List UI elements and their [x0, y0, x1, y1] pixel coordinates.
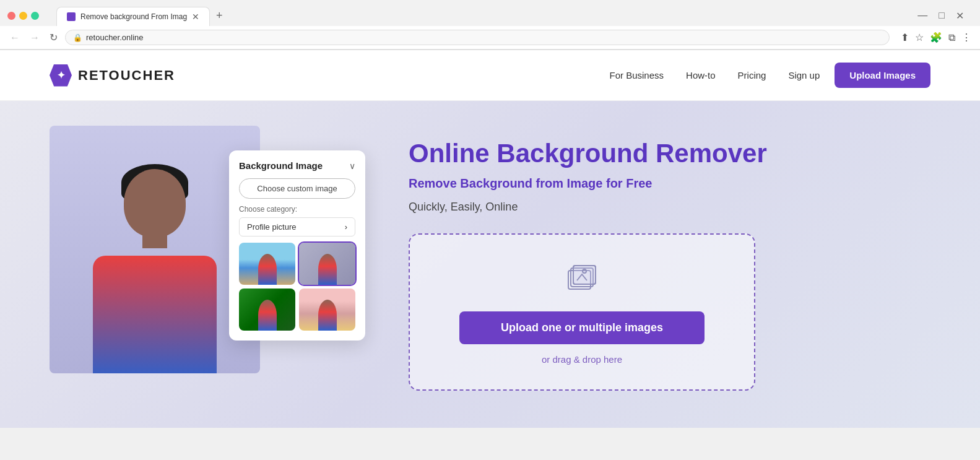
hero-subtitle: Remove Background from Image for Free	[409, 176, 930, 191]
url-text: retoucher.online	[86, 33, 882, 42]
address-bar[interactable]: 🔒 retoucher.online	[65, 30, 890, 45]
category-select-arrow: ›	[345, 222, 347, 232]
split-screen-icon[interactable]: ⧉	[947, 30, 956, 45]
thumbnail-leaves[interactable]	[239, 289, 295, 331]
tab-favicon-icon	[67, 12, 76, 21]
bg-panel-header: Background Image ∨	[239, 160, 355, 171]
nav-how-to[interactable]: How-to	[686, 70, 716, 80]
website-content: ✦ RETOUCHER For Business How-to Pricing …	[0, 50, 980, 428]
window-controls	[7, 12, 39, 20]
person-head	[124, 169, 186, 237]
share-icon[interactable]: ⬆	[900, 30, 910, 45]
hero-tagline: Quickly, Easily, Online	[409, 201, 930, 214]
nav-for-business[interactable]: For Business	[610, 70, 664, 80]
hero-title: Online Background Remover	[409, 138, 930, 169]
browser-chrome: Remove background From Imag ✕ + — □ ✕ ← …	[0, 0, 980, 50]
nav-sign-up[interactable]: Sign up	[788, 70, 820, 80]
thumbnail-beach[interactable]	[239, 243, 295, 285]
new-tab-button[interactable]: +	[210, 5, 229, 26]
tab-bar: Remove background From Imag ✕ +	[49, 5, 236, 26]
maximize-window-button[interactable]	[31, 12, 39, 20]
choose-custom-image-button[interactable]: Choose custom image	[239, 178, 355, 199]
nav-links: For Business How-to Pricing Sign up	[610, 70, 820, 80]
category-select-value: Profile picture	[247, 222, 296, 232]
tab-close-button[interactable]: ✕	[192, 12, 199, 21]
forward-button[interactable]: →	[27, 31, 42, 45]
menu-icon[interactable]: ⋮	[960, 30, 973, 45]
bookmark-icon[interactable]: ☆	[914, 30, 925, 45]
hero-right: Online Background Remover Remove Backgro…	[409, 126, 930, 391]
person-neck	[142, 230, 167, 248]
upload-multiple-button[interactable]: Upload one or multiple images	[459, 311, 705, 344]
logo[interactable]: ✦ RETOUCHER	[50, 64, 175, 87]
tab-title: Remove background From Imag	[80, 12, 187, 21]
category-label: Choose category:	[239, 205, 355, 214]
hero-left: Background Image ∨ Choose custom image C…	[50, 126, 371, 386]
refresh-button[interactable]: ↻	[47, 30, 60, 45]
upload-area[interactable]: Upload one or multiple images or drag & …	[409, 233, 755, 391]
upload-images-icon	[563, 259, 601, 297]
hero-demo-image	[50, 126, 260, 373]
background-image-panel: Background Image ∨ Choose custom image C…	[229, 150, 365, 341]
background-thumbnails	[239, 243, 355, 331]
active-tab[interactable]: Remove background From Imag ✕	[56, 7, 210, 26]
minimize-icon[interactable]: —	[915, 9, 930, 23]
hero-section: Background Image ∨ Choose custom image C…	[0, 101, 980, 428]
navbar: ✦ RETOUCHER For Business How-to Pricing …	[0, 50, 980, 101]
browser-titlebar: Remove background From Imag ✕ + — □ ✕	[0, 0, 980, 26]
bg-panel-title: Background Image	[239, 160, 323, 171]
extensions-icon[interactable]: 🧩	[929, 30, 943, 45]
logo-icon: ✦	[50, 64, 72, 87]
nav-upload-images-button[interactable]: Upload Images	[835, 63, 930, 88]
logo-symbol: ✦	[57, 69, 65, 81]
restore-icon[interactable]: □	[936, 9, 947, 23]
upload-icon	[428, 259, 735, 299]
nav-pricing[interactable]: Pricing	[738, 70, 766, 80]
person-body	[93, 256, 217, 373]
minimize-window-button[interactable]	[19, 12, 27, 20]
lock-icon: 🔒	[73, 33, 82, 42]
thumbnail-gray[interactable]	[299, 243, 355, 285]
drag-drop-text: or drag & drop here	[428, 354, 735, 365]
svg-rect-3	[573, 266, 596, 284]
category-select[interactable]: Profile picture ›	[239, 217, 355, 237]
back-button[interactable]: ←	[7, 31, 22, 45]
chevron-down-icon[interactable]: ∨	[349, 161, 355, 171]
address-bar-row: ← → ↻ 🔒 retoucher.online ⬆ ☆ 🧩 ⧉ ⋮	[0, 26, 980, 50]
close-icon[interactable]: ✕	[953, 9, 966, 23]
thumbnail-mountain[interactable]	[299, 289, 355, 331]
logo-text: RETOUCHER	[78, 67, 175, 84]
close-window-button[interactable]	[7, 12, 15, 20]
person-figure	[68, 157, 241, 373]
browser-actions: ⬆ ☆ 🧩 ⧉ ⋮	[900, 30, 973, 45]
